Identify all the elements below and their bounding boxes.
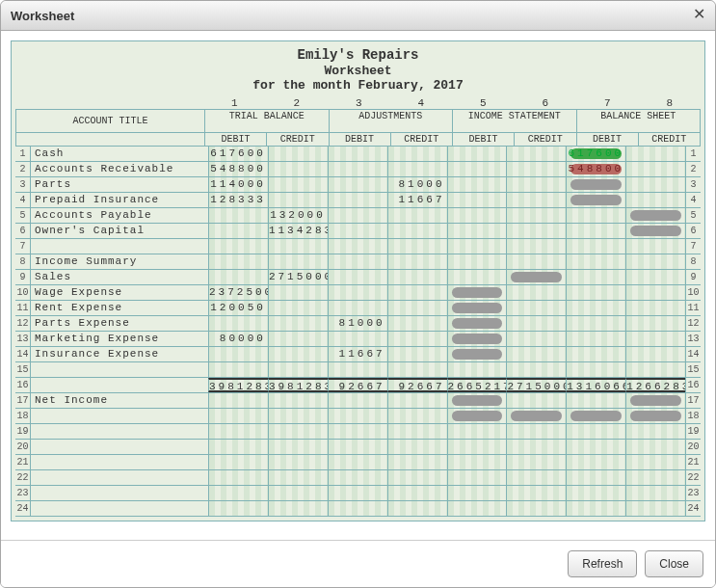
value-cell[interactable]: [625, 239, 685, 254]
value-cell[interactable]: [625, 224, 685, 238]
value-cell[interactable]: [447, 486, 507, 500]
value-cell[interactable]: 2715000: [268, 270, 328, 284]
value-cell[interactable]: [566, 208, 625, 223]
value-cell[interactable]: [625, 424, 685, 439]
value-cell[interactable]: [387, 332, 447, 346]
value-cell[interactable]: [387, 424, 447, 439]
value-cell[interactable]: [387, 486, 447, 500]
value-cell[interactable]: [506, 316, 566, 331]
value-cell[interactable]: [506, 254, 566, 269]
value-cell[interactable]: [625, 409, 685, 423]
value-cell[interactable]: [328, 239, 387, 254]
value-cell[interactable]: [506, 208, 566, 223]
value-cell[interactable]: [447, 501, 507, 516]
value-cell[interactable]: [208, 208, 268, 223]
value-cell[interactable]: [447, 409, 507, 423]
value-cell[interactable]: [328, 424, 387, 439]
value-cell[interactable]: [328, 409, 387, 423]
value-cell[interactable]: [447, 470, 507, 485]
value-cell[interactable]: [208, 270, 268, 284]
value-cell[interactable]: [387, 501, 447, 516]
value-cell[interactable]: [208, 239, 268, 254]
value-cell[interactable]: [208, 501, 268, 516]
value-cell[interactable]: [328, 285, 387, 300]
value-cell[interactable]: [387, 285, 447, 300]
value-cell[interactable]: 1134283: [268, 224, 328, 238]
value-cell[interactable]: [328, 301, 387, 315]
value-cell[interactable]: 92667: [387, 378, 447, 392]
value-cell[interactable]: [566, 285, 625, 300]
value-cell[interactable]: [208, 470, 268, 485]
value-cell[interactable]: [625, 316, 685, 331]
value-cell[interactable]: [625, 177, 685, 192]
value-cell[interactable]: 1266283: [625, 378, 685, 392]
value-cell[interactable]: [268, 486, 328, 500]
value-cell[interactable]: [506, 362, 566, 377]
value-cell[interactable]: [625, 486, 685, 500]
value-cell[interactable]: [447, 440, 507, 454]
value-cell[interactable]: [506, 239, 566, 254]
value-cell[interactable]: [447, 424, 507, 439]
value-cell[interactable]: [268, 301, 328, 315]
refresh-button[interactable]: Refresh: [568, 550, 637, 577]
value-cell[interactable]: [506, 285, 566, 300]
value-cell[interactable]: [268, 470, 328, 485]
value-cell[interactable]: [268, 440, 328, 454]
value-cell[interactable]: [387, 162, 447, 176]
value-cell[interactable]: [208, 224, 268, 238]
value-cell[interactable]: [328, 501, 387, 516]
value-cell[interactable]: 2715000: [506, 378, 566, 392]
value-cell[interactable]: [268, 193, 328, 207]
value-cell[interactable]: [208, 362, 268, 377]
value-cell[interactable]: [268, 332, 328, 346]
value-cell[interactable]: [328, 270, 387, 284]
value-cell[interactable]: [625, 455, 685, 469]
value-cell[interactable]: 617600: [208, 147, 268, 161]
value-cell[interactable]: [387, 316, 447, 331]
value-cell[interactable]: [268, 162, 328, 176]
value-cell[interactable]: [506, 332, 566, 346]
value-cell[interactable]: [625, 393, 685, 408]
value-cell[interactable]: [566, 424, 625, 439]
value-cell[interactable]: [328, 486, 387, 500]
value-cell[interactable]: [387, 224, 447, 238]
value-cell[interactable]: [506, 486, 566, 500]
value-cell[interactable]: [506, 424, 566, 439]
value-cell[interactable]: [208, 393, 268, 408]
value-cell[interactable]: [268, 501, 328, 516]
value-cell[interactable]: [268, 393, 328, 408]
value-cell[interactable]: [566, 501, 625, 516]
value-cell[interactable]: [447, 208, 507, 223]
value-cell[interactable]: [625, 332, 685, 346]
value-cell[interactable]: [387, 393, 447, 408]
value-cell[interactable]: [208, 424, 268, 439]
value-cell[interactable]: [566, 332, 625, 346]
value-cell[interactable]: [566, 409, 625, 423]
value-cell[interactable]: [506, 177, 566, 192]
value-cell[interactable]: 617600: [566, 147, 625, 161]
value-cell[interactable]: [506, 162, 566, 176]
value-cell[interactable]: [566, 393, 625, 408]
value-cell[interactable]: [506, 224, 566, 238]
close-button[interactable]: Close: [645, 550, 703, 577]
value-cell[interactable]: 3981283: [208, 378, 268, 392]
value-cell[interactable]: 81000: [387, 177, 447, 192]
value-cell[interactable]: [625, 362, 685, 377]
value-cell[interactable]: [268, 347, 328, 361]
value-cell[interactable]: [268, 147, 328, 161]
value-cell[interactable]: [328, 208, 387, 223]
value-cell[interactable]: [625, 501, 685, 516]
value-cell[interactable]: [208, 455, 268, 469]
value-cell[interactable]: [447, 162, 507, 176]
value-cell[interactable]: [328, 455, 387, 469]
value-cell[interactable]: [328, 147, 387, 161]
value-cell[interactable]: [566, 455, 625, 469]
value-cell[interactable]: 128333: [208, 193, 268, 207]
value-cell[interactable]: [328, 362, 387, 377]
value-cell[interactable]: 2665217: [447, 378, 507, 392]
value-cell[interactable]: 548800: [208, 162, 268, 176]
value-cell[interactable]: [387, 347, 447, 361]
value-cell[interactable]: [506, 440, 566, 454]
value-cell[interactable]: [387, 301, 447, 315]
value-cell[interactable]: 120050: [208, 301, 268, 315]
